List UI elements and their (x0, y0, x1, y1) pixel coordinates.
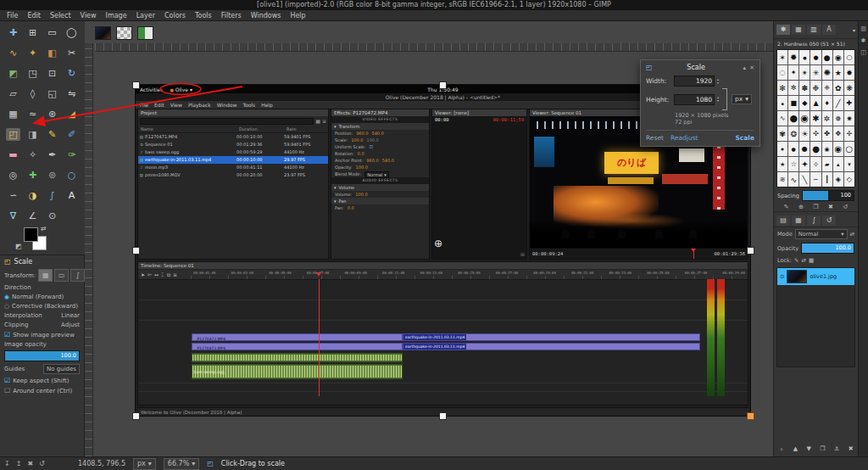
timeline-tracks[interactable]: P1270472.MP4 earthquake-in-2011.03.11.mp… (138, 279, 748, 396)
layers-dock-tab[interactable]: ▤ (776, 215, 790, 226)
tool-button[interactable]: ◯ (64, 26, 79, 39)
olive-menu-item[interactable]: View (170, 101, 182, 109)
image-tab-green[interactable] (137, 26, 153, 40)
layer-mode-dropdown[interactable]: Normal ▾ (795, 229, 848, 239)
dock-tab-icon[interactable]: ✱ (861, 37, 866, 44)
video-clip[interactable]: P1270472.MP4 (192, 343, 403, 350)
brush-swatch[interactable]: ○ (844, 142, 854, 156)
tool-options-action-icon[interactable]: ↧ (4, 460, 10, 467)
brush-swatch[interactable]: ■ (788, 96, 798, 110)
scale-handle-top-mid[interactable] (439, 81, 447, 89)
olive-menu-item[interactable]: Edit (154, 101, 164, 109)
layer-action-icon[interactable]: ❐ (820, 445, 825, 454)
keep-aspect-checkbox[interactable]: ☑ Keep aspect (Shift) (4, 377, 80, 384)
anchor-y[interactable]: 540.0 (382, 157, 394, 164)
audio-clip[interactable] (192, 353, 403, 362)
brush-swatch[interactable]: ✧ (810, 157, 821, 171)
brush-swatch[interactable]: ✹ (788, 50, 798, 64)
menu-item[interactable]: View (81, 10, 97, 20)
layer-action-icon[interactable]: ⚓ (834, 445, 839, 454)
brush-swatch[interactable]: ∿ (788, 172, 798, 187)
position-x[interactable]: 960.0 (356, 130, 368, 137)
tool-button[interactable]: ∽ (6, 189, 20, 202)
rotation-value[interactable]: 0.0 (358, 150, 364, 157)
brush-swatch[interactable]: ☀ (799, 126, 810, 141)
viewer-none-header[interactable]: Viewer: [none] (432, 109, 526, 116)
playhead-marker[interactable] (316, 272, 321, 277)
tool-button[interactable]: ⊡ (45, 67, 59, 80)
brush-swatch[interactable]: ✺ (822, 65, 832, 80)
tab-brushes[interactable]: ✱ (776, 25, 790, 35)
reset-button[interactable]: Reset (646, 134, 664, 142)
olive-menu-item[interactable]: Window (217, 101, 237, 109)
project-media-row[interactable]: ⧉ Sequence 01 00:01:29:36 59.9401 FPS (138, 141, 328, 148)
tab-patterns[interactable]: ▦ (792, 25, 805, 35)
brush-swatch[interactable]: ▲ (810, 96, 821, 110)
visibility-eye-icon[interactable]: ⊙ (780, 273, 784, 280)
brush-swatch[interactable]: ─ (810, 172, 821, 187)
brush-swatch[interactable]: ◉ (833, 50, 843, 64)
transform-effect-header[interactable]: ▾ Transform (331, 123, 429, 130)
show-preview-checkbox[interactable]: ☑ Show image preview (4, 331, 80, 339)
brush-swatch[interactable]: ✶ (777, 50, 787, 64)
brush-swatch[interactable]: ◉ (833, 142, 843, 156)
viewer-scrub-bar[interactable]: 00:00:09:24 00:01:29:36 (530, 248, 748, 259)
image-opacity-slider[interactable]: 100.0 (4, 350, 80, 361)
brush-swatch[interactable]: ∿ (777, 111, 787, 126)
brush-swatch[interactable]: ✼ (788, 81, 798, 95)
brush-swatch[interactable]: ✳ (810, 65, 821, 80)
viewer-grid-icon[interactable]: ⊞ (520, 251, 525, 257)
brush-swatch[interactable]: ● (822, 50, 832, 64)
brush-swatch[interactable]: ▴ (833, 157, 843, 171)
brush-swatch[interactable]: ✵ (833, 111, 843, 126)
brush-action-icon[interactable]: ❐ (813, 204, 818, 210)
tool-button[interactable]: ⊛ (45, 108, 59, 120)
olive-menu-item[interactable]: File (140, 101, 148, 109)
scale-handle-bottom-mid[interactable] (439, 412, 447, 420)
project-media-row[interactable]: ♪ bass sweep.ogg 00:00:59:29 44100 Hz (138, 148, 328, 156)
brush-swatch[interactable]: ❂ (788, 126, 798, 141)
uniform-scale-checkbox[interactable]: ☑ (370, 143, 373, 150)
audio-clip[interactable]: bass sweep.ogg (192, 364, 403, 379)
project-media-row[interactable]: ▤ earthquake-in-2011.03.11.mp4 00:00:10:… (138, 156, 328, 164)
tool-button[interactable]: ▬ (6, 148, 20, 161)
tool-button[interactable]: ✦ (25, 47, 40, 59)
gnome-app-menu[interactable]: ● Olive ▾ (170, 87, 192, 92)
default-colors-icon[interactable]: ◩ (15, 243, 22, 250)
viewer-playhead[interactable] (693, 249, 694, 259)
transform-selection-button[interactable]: ▭ (54, 269, 69, 282)
timeline-tool-icon[interactable]: ⌶ (161, 271, 164, 278)
horizontal-ruler[interactable] (95, 43, 773, 52)
brush-swatch[interactable]: ✣ (810, 126, 821, 141)
tab-fonts[interactable]: A (822, 25, 836, 35)
mode-switch-icon[interactable]: ⇄ (850, 231, 854, 238)
brush-swatch[interactable]: ❉ (810, 81, 821, 95)
brush-swatch[interactable]: ✚ (844, 96, 854, 110)
brush-swatch[interactable]: ◉ (799, 111, 810, 126)
brush-swatch[interactable]: ┃ (822, 172, 832, 187)
layer-action-icon[interactable]: ＋ (778, 445, 784, 454)
column-name[interactable]: Name (138, 126, 239, 132)
brush-swatch[interactable]: ✴ (799, 65, 810, 80)
tool-button[interactable]: ◊ (25, 87, 40, 100)
menu-item[interactable]: Layer (136, 10, 155, 20)
dock-tab-icon[interactable]: ▥ (860, 25, 866, 32)
swap-colors-icon[interactable]: ⇄ (41, 225, 47, 232)
timeline-tool-icon[interactable]: ➤ (141, 271, 145, 277)
brush-swatch[interactable]: ≋ (777, 172, 787, 187)
brush-swatch[interactable]: ● (777, 142, 787, 156)
tab-gradients[interactable]: ▥ (807, 25, 821, 35)
tool-button[interactable]: ✚ (25, 169, 40, 182)
interpolation-value[interactable]: Linear (61, 312, 80, 319)
tool-button[interactable]: ◎ (6, 169, 20, 182)
layers-dock-tab[interactable]: ▦ (792, 215, 805, 226)
window-titlebar[interactable]: [olive1] (imported)-2.0 (RGB color 8-bit… (0, 0, 868, 10)
tool-button[interactable]: ⊙ (45, 210, 59, 222)
direction-normal-radio[interactable]: ◉ Normal (Forward) (4, 294, 80, 300)
dock-menu-icon[interactable]: ▾ (853, 27, 855, 33)
opacity-value[interactable]: 100.0 (356, 164, 368, 171)
foreground-color-swatch[interactable] (24, 227, 38, 242)
olive-menu-item[interactable]: Help (261, 101, 273, 109)
scale-pivot-icon[interactable]: ⊕ (434, 238, 442, 249)
tool-options-action-icon[interactable]: ✖ (27, 460, 33, 467)
